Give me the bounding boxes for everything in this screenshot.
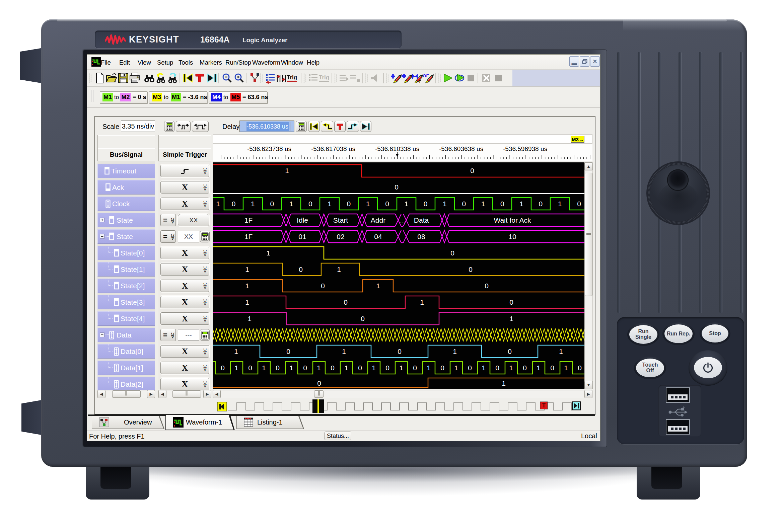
svg-text:0: 0 (397, 347, 401, 355)
svg-text:1: 1 (289, 200, 293, 207)
svg-text:01: 01 (298, 233, 306, 240)
svg-text:1: 1 (564, 364, 568, 372)
svg-text:-536.623738 us: -536.623738 us (247, 145, 291, 152)
svg-text:1: 1 (509, 364, 513, 372)
svg-text:0: 0 (495, 364, 499, 372)
svg-text:0: 0 (309, 200, 313, 207)
svg-text:T: T (542, 403, 545, 409)
svg-text:1: 1 (235, 364, 239, 372)
svg-text:1: 1 (317, 364, 321, 372)
svg-text:Wait for Ack: Wait for Ack (494, 216, 531, 224)
svg-text:1: 1 (245, 298, 249, 306)
svg-text:Data: Data (414, 216, 429, 224)
svg-text:...: ... (399, 217, 405, 225)
svg-text:0: 0 (508, 347, 512, 355)
svg-text:1: 1 (251, 200, 255, 207)
svg-text:0: 0 (330, 364, 334, 372)
svg-text:1: 1 (289, 364, 293, 372)
svg-text:1: 1 (285, 167, 289, 175)
svg-text:-536.617038 us: -536.617038 us (311, 145, 355, 152)
svg-text:0: 0 (470, 167, 474, 175)
svg-text:1: 1 (454, 364, 458, 372)
svg-text:0: 0 (276, 364, 280, 372)
svg-text:0: 0 (286, 347, 290, 355)
svg-text:1: 1 (536, 364, 540, 372)
svg-text:0: 0 (539, 200, 543, 207)
svg-text:0: 0 (451, 249, 455, 257)
svg-text:0: 0 (347, 200, 351, 207)
svg-text:0: 0 (303, 364, 307, 372)
svg-text:1: 1 (481, 200, 485, 207)
svg-text:0: 0 (248, 364, 252, 372)
svg-text:0: 0 (317, 379, 321, 387)
svg-text:Trig: Trig (319, 74, 329, 81)
svg-text:-536.610338 us: -536.610338 us (375, 145, 419, 152)
svg-text:0: 0 (270, 200, 274, 207)
svg-text:1: 1 (372, 364, 376, 372)
svg-text:0: 0 (468, 266, 472, 273)
svg-text:-536.596938 us: -536.596938 us (503, 145, 547, 152)
svg-text:1: 1 (266, 249, 270, 257)
svg-text:1: 1 (453, 347, 457, 355)
svg-text:0: 0 (468, 364, 472, 372)
svg-text:T: T (419, 80, 421, 84)
svg-text:1: 1 (248, 315, 251, 322)
svg-text:1: 1 (376, 282, 380, 290)
svg-text:-536.603638 us: -536.603638 us (439, 145, 483, 152)
svg-text:1: 1 (344, 364, 348, 372)
svg-text:0: 0 (361, 315, 365, 322)
svg-text:1F: 1F (245, 233, 253, 240)
svg-text:1: 1 (399, 364, 403, 372)
svg-text:0: 0 (299, 266, 303, 273)
svg-text:Idle: Idle (297, 216, 308, 224)
svg-text:1: 1 (520, 200, 524, 207)
svg-text:1F: 1F (245, 216, 253, 224)
svg-text:08: 08 (417, 233, 425, 240)
svg-text:0: 0 (550, 364, 554, 372)
svg-text:1: 1 (558, 200, 562, 207)
svg-text:0: 0 (424, 200, 428, 207)
svg-text:1: 1 (427, 364, 431, 372)
svg-text:10: 10 (508, 233, 516, 240)
svg-text:1: 1 (366, 200, 370, 207)
svg-text:04: 04 (374, 233, 382, 240)
svg-text:0: 0 (440, 364, 445, 372)
svg-text:OF: OF (423, 73, 429, 78)
svg-text:1: 1 (337, 266, 341, 273)
svg-text:0: 0 (523, 364, 527, 372)
svg-text:0: 0 (500, 200, 504, 207)
svg-text:0: 0 (413, 364, 417, 372)
svg-text:1: 1 (245, 282, 249, 290)
svg-text:0: 0 (232, 200, 236, 207)
svg-text:1: 1 (404, 200, 408, 207)
svg-text:1: 1 (502, 379, 506, 387)
svg-text:1: 1 (559, 347, 563, 355)
svg-text:0: 0 (386, 364, 390, 372)
svg-text:Addr: Addr (371, 216, 386, 224)
svg-text:1: 1 (234, 347, 238, 355)
svg-text:0: 0 (394, 183, 398, 191)
svg-text:0: 0 (509, 298, 513, 306)
svg-text:1: 1 (262, 364, 266, 372)
svg-text:Start: Start (333, 216, 348, 224)
svg-text:1: 1 (482, 364, 486, 372)
svg-text:0: 0 (385, 200, 389, 207)
svg-text:0: 0 (344, 298, 348, 306)
svg-text:1: 1 (420, 298, 424, 306)
svg-text:0: 0 (321, 282, 325, 290)
svg-text:1: 1 (216, 200, 220, 207)
svg-text:1: 1 (509, 315, 513, 322)
svg-text:0: 0 (462, 200, 466, 207)
svg-text:1: 1 (342, 347, 346, 355)
svg-text:02: 02 (336, 233, 344, 240)
svg-text:1: 1 (327, 200, 331, 207)
svg-text:1: 1 (245, 266, 249, 273)
svg-text:1: 1 (443, 200, 447, 207)
svg-text:0: 0 (485, 282, 489, 290)
svg-text:Trig: Trig (287, 74, 297, 81)
svg-text:0: 0 (358, 364, 362, 372)
svg-text:0: 0 (577, 200, 581, 207)
svg-text:0: 0 (221, 364, 225, 372)
svg-text:0: 0 (578, 364, 582, 372)
